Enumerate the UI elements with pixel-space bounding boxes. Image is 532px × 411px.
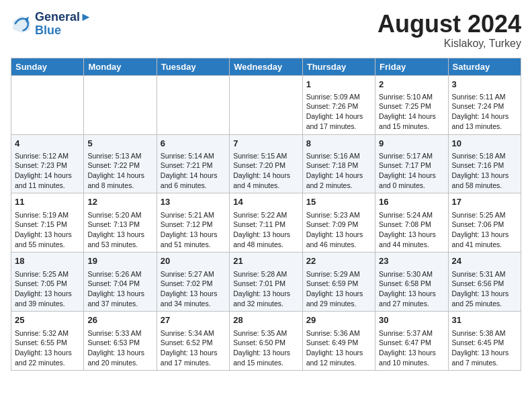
day-info: Sunrise: 5:16 AM: [306, 151, 371, 161]
day-info: Sunset: 7:18 PM: [306, 161, 371, 171]
day-info: Sunset: 7:20 PM: [233, 161, 298, 171]
calendar-cell: 26Sunrise: 5:33 AMSunset: 6:53 PMDayligh…: [84, 312, 157, 371]
day-number: 29: [306, 314, 371, 326]
calendar-cell: 7Sunrise: 5:15 AMSunset: 7:20 PMDaylight…: [230, 134, 302, 193]
calendar-cell: [84, 75, 157, 134]
logo-text: General► Blue: [35, 11, 92, 38]
day-info: and 46 minutes.: [306, 240, 371, 250]
day-number: 16: [379, 196, 444, 208]
day-info: Daylight: 13 hours: [87, 289, 152, 299]
day-number: 7: [233, 138, 298, 150]
calendar-cell: 8Sunrise: 5:16 AMSunset: 7:18 PMDaylight…: [302, 134, 375, 193]
day-info: Sunset: 7:25 PM: [379, 101, 444, 111]
day-info: Sunrise: 5:28 AM: [233, 269, 298, 279]
day-info: Sunrise: 5:18 AM: [452, 151, 517, 161]
calendar-cell: 30Sunrise: 5:37 AMSunset: 6:47 PMDayligh…: [375, 312, 448, 371]
calendar-cell: 25Sunrise: 5:32 AMSunset: 6:55 PMDayligh…: [11, 312, 84, 371]
day-info: Daylight: 13 hours: [452, 230, 517, 240]
calendar-cell: 5Sunrise: 5:13 AMSunset: 7:22 PMDaylight…: [84, 134, 157, 193]
day-info: Sunrise: 5:36 AM: [306, 328, 371, 338]
day-info: Daylight: 13 hours: [306, 348, 371, 358]
logo: General► Blue: [11, 11, 92, 38]
day-info: Sunset: 6:56 PM: [452, 279, 517, 289]
day-info: Sunset: 6:59 PM: [306, 279, 371, 289]
day-number: 26: [87, 314, 152, 326]
day-info: Sunrise: 5:14 AM: [161, 151, 226, 161]
col-thursday: Thursday: [302, 58, 375, 75]
day-info: Sunrise: 5:13 AM: [87, 151, 152, 161]
day-number: 18: [15, 255, 80, 267]
day-info: Daylight: 14 hours: [306, 171, 371, 181]
day-info: Sunset: 7:12 PM: [161, 220, 226, 230]
calendar-week-row: 1Sunrise: 5:09 AMSunset: 7:26 PMDaylight…: [11, 75, 521, 134]
day-info: Sunset: 6:49 PM: [306, 338, 371, 348]
title-block: August 2024 Kislakoy, Turkey: [378, 11, 521, 50]
day-info: Daylight: 14 hours: [379, 171, 444, 181]
calendar-cell: 2Sunrise: 5:10 AMSunset: 7:25 PMDaylight…: [375, 75, 448, 134]
day-info: Sunset: 7:04 PM: [87, 279, 152, 289]
day-info: and 25 minutes.: [452, 299, 517, 309]
day-info: Daylight: 13 hours: [15, 289, 80, 299]
day-info: and 7 minutes.: [452, 358, 517, 368]
day-info: Sunrise: 5:32 AM: [15, 328, 80, 338]
day-info: Daylight: 14 hours: [379, 111, 444, 122]
day-info: and 12 minutes.: [306, 358, 371, 368]
col-saturday: Saturday: [448, 58, 521, 75]
day-info: Sunrise: 5:26 AM: [87, 269, 152, 279]
day-info: Sunset: 7:22 PM: [87, 161, 152, 171]
day-info: Sunrise: 5:35 AM: [233, 328, 298, 338]
day-info: Sunrise: 5:21 AM: [161, 210, 226, 220]
calendar-cell: 6Sunrise: 5:14 AMSunset: 7:21 PMDaylight…: [157, 134, 229, 193]
calendar-cell: 13Sunrise: 5:21 AMSunset: 7:12 PMDayligh…: [157, 193, 229, 253]
day-info: and 2 minutes.: [306, 181, 371, 191]
day-number: 25: [15, 314, 80, 326]
calendar-cell: 20Sunrise: 5:27 AMSunset: 7:02 PMDayligh…: [157, 253, 229, 312]
day-info: and 20 minutes.: [87, 358, 152, 368]
day-info: Sunset: 7:01 PM: [233, 279, 298, 289]
day-info: Sunrise: 5:29 AM: [306, 269, 371, 279]
calendar-cell: 1Sunrise: 5:09 AMSunset: 7:26 PMDaylight…: [302, 75, 375, 134]
calendar-week-row: 11Sunrise: 5:19 AMSunset: 7:15 PMDayligh…: [11, 193, 521, 253]
month-title: August 2024: [378, 11, 521, 38]
day-info: Sunset: 7:13 PM: [87, 220, 152, 230]
day-number: 14: [233, 196, 298, 208]
calendar-cell: 17Sunrise: 5:25 AMSunset: 7:06 PMDayligh…: [448, 193, 521, 253]
day-number: 30: [379, 314, 444, 326]
day-info: Sunrise: 5:10 AM: [379, 92, 444, 102]
day-info: Sunset: 6:47 PM: [379, 338, 444, 348]
day-info: Daylight: 14 hours: [87, 171, 152, 181]
calendar-cell: 11Sunrise: 5:19 AMSunset: 7:15 PMDayligh…: [11, 193, 84, 253]
calendar-cell: 16Sunrise: 5:24 AMSunset: 7:08 PMDayligh…: [375, 193, 448, 253]
day-number: 28: [233, 314, 298, 326]
day-info: Sunset: 7:21 PM: [161, 161, 226, 171]
day-info: Sunset: 7:05 PM: [15, 279, 80, 289]
day-info: Daylight: 13 hours: [306, 230, 371, 240]
day-number: 20: [161, 255, 226, 267]
day-number: 24: [452, 255, 517, 267]
calendar-cell: 27Sunrise: 5:34 AMSunset: 6:52 PMDayligh…: [157, 312, 229, 371]
day-info: Daylight: 13 hours: [161, 230, 226, 240]
calendar-week-row: 18Sunrise: 5:25 AMSunset: 7:05 PMDayligh…: [11, 253, 521, 312]
day-info: and 41 minutes.: [452, 240, 517, 250]
day-number: 12: [87, 196, 152, 208]
day-number: 1: [306, 79, 371, 91]
day-info: and 17 minutes.: [306, 122, 371, 132]
day-info: Sunset: 7:08 PM: [379, 220, 444, 230]
day-info: Sunrise: 5:20 AM: [87, 210, 152, 220]
day-info: and 58 minutes.: [452, 181, 517, 191]
day-info: Sunrise: 5:37 AM: [379, 328, 444, 338]
day-info: and 34 minutes.: [161, 299, 226, 309]
day-number: 4: [15, 138, 80, 150]
calendar-cell: 15Sunrise: 5:23 AMSunset: 7:09 PMDayligh…: [302, 193, 375, 253]
day-info: and 0 minutes.: [379, 181, 444, 191]
day-info: and 51 minutes.: [161, 240, 226, 250]
day-info: Daylight: 14 hours: [452, 111, 517, 122]
day-info: and 6 minutes.: [161, 181, 226, 191]
calendar-cell: 19Sunrise: 5:26 AMSunset: 7:04 PMDayligh…: [84, 253, 157, 312]
day-info: Sunset: 7:17 PM: [379, 161, 444, 171]
day-info: Sunset: 7:09 PM: [306, 220, 371, 230]
day-info: and 22 minutes.: [15, 358, 80, 368]
calendar-week-row: 4Sunrise: 5:12 AMSunset: 7:23 PMDaylight…: [11, 134, 521, 193]
day-info: Sunset: 6:55 PM: [15, 338, 80, 348]
calendar-cell: 14Sunrise: 5:22 AMSunset: 7:11 PMDayligh…: [230, 193, 302, 253]
